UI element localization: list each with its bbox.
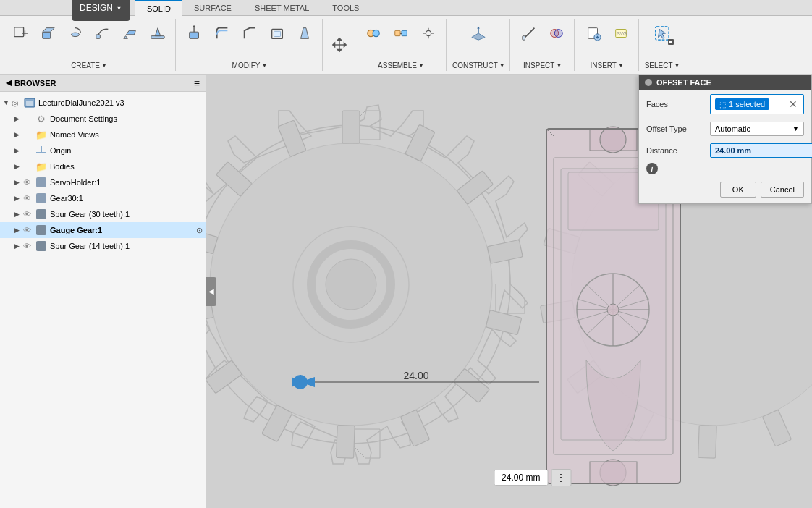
select-button[interactable] — [649, 20, 675, 46]
browser-options[interactable]: ≡ — [194, 77, 200, 89]
svg-point-5 — [72, 33, 80, 37]
construct-icons — [465, 20, 491, 46]
distance-input[interactable] — [710, 143, 812, 158]
svg-text:SVG: SVG — [617, 31, 627, 36]
svg-rect-59 — [342, 111, 360, 143]
svg-marker-8 — [127, 30, 136, 35]
svg-point-90 — [600, 127, 626, 153]
inspect-group-label[interactable]: INSPECT ▼ — [523, 62, 562, 69]
measure-button[interactable] — [516, 20, 542, 46]
group-assemble: ASSEMBLE ▼ — [356, 19, 447, 71]
dimension-annotation: 24.00 mm ⋮ — [494, 469, 571, 486]
tree-item-servo-holder[interactable]: ▶ 👁 ServoHolder:1 — [0, 174, 206, 190]
insert-derive-button[interactable] — [580, 20, 606, 46]
create-dropdown-arrow: ▼ — [101, 62, 107, 69]
cancel-button[interactable]: Cancel — [761, 182, 804, 198]
gauge-vis[interactable]: 👁 — [23, 226, 35, 234]
tab-surface[interactable]: SURFACE — [182, 0, 243, 16]
assemble-group-label[interactable]: ASSEMBLE ▼ — [378, 62, 424, 69]
root-expand[interactable]: ▼ — [3, 99, 12, 106]
offset-type-select[interactable]: Automatic ▼ — [710, 122, 804, 136]
svg-rect-49 — [26, 101, 33, 106]
doc-settings-expand[interactable]: ▶ — [14, 115, 23, 122]
revolve-button[interactable] — [62, 20, 88, 46]
tree-item-spur-gear-14[interactable]: ▶ 👁 Spur Gear (14 teeth):1 — [0, 238, 206, 254]
sidebar-collapse-nav[interactable]: ◀ — [206, 277, 216, 306]
doc-settings-icon: ⚙ — [35, 112, 48, 125]
origin-expand[interactable]: ▶ — [14, 147, 23, 154]
spur30-vis[interactable]: 👁 — [23, 210, 35, 219]
servo-vis[interactable]: 👁 — [23, 178, 35, 187]
browser-collapse-arrow[interactable]: ◀ — [6, 78, 12, 88]
root-vis[interactable]: ◎ — [12, 98, 23, 108]
design-dropdown-arrow: ▼ — [116, 4, 122, 12]
svg-marker-16 — [301, 28, 309, 39]
named-views-expand[interactable]: ▶ — [14, 131, 23, 138]
ok-button[interactable]: OK — [720, 182, 756, 198]
gauge-expand[interactable]: ▶ — [14, 227, 23, 234]
svg-rect-51 — [41, 146, 42, 153]
tree-item-bodies[interactable]: ▶ 📁 Bodies — [0, 158, 206, 174]
spur14-vis[interactable]: 👁 — [23, 242, 35, 250]
servo-body-icon — [35, 176, 48, 189]
move-tool-button[interactable] — [324, 30, 355, 60]
new-component-button[interactable] — [7, 20, 33, 46]
bodies-expand[interactable]: ▶ — [14, 163, 23, 170]
assemble-dropdown-arrow: ▼ — [418, 62, 424, 69]
servo-expand[interactable]: ▶ — [14, 179, 23, 186]
cursor-icon: ⬚ — [719, 101, 726, 109]
gauge-label: Gauge Gear:1 — [50, 226, 193, 234]
faces-clear-button[interactable]: ✕ — [787, 97, 799, 111]
tree-root[interactable]: ▼ ◎ LectureDialJune2021 v3 — [0, 95, 206, 111]
interference-button[interactable] — [544, 20, 570, 46]
fillet-button[interactable] — [209, 20, 235, 46]
sweep-button[interactable] — [90, 20, 116, 46]
dimension-value-label: 24.00 mm — [494, 470, 548, 486]
gear30-vis[interactable]: 👁 — [23, 194, 35, 203]
offset-type-value: Automatic — [715, 124, 750, 133]
tree-item-gauge-gear[interactable]: ▶ 👁 Gauge Gear:1 ⊙ — [0, 222, 206, 238]
spur14-label: Spur Gear (14 teeth):1 — [50, 242, 203, 250]
tab-tools[interactable]: TOOLS — [321, 0, 371, 16]
svg-point-40 — [554, 30, 562, 38]
tree-item-doc-settings[interactable]: ▶ ⚙ Document Settings — [0, 111, 206, 127]
joint-origin-button[interactable] — [415, 20, 441, 46]
shell-button[interactable] — [264, 20, 290, 46]
construct-group-label[interactable]: CONSTRUCT ▼ — [452, 62, 505, 69]
viewport[interactable]: ◀ — [206, 75, 812, 508]
construct-plane-button[interactable] — [465, 20, 491, 46]
tree-item-origin[interactable]: ▶ Origin — [0, 143, 206, 158]
svg-rect-15 — [274, 31, 280, 36]
joint-button[interactable] — [360, 20, 386, 46]
gauge-camera-icon[interactable]: ⊙ — [196, 226, 203, 235]
tab-solid[interactable]: SOLID — [135, 0, 182, 16]
loft-button[interactable] — [117, 20, 143, 46]
modify-dropdown-arrow: ▼ — [261, 62, 267, 69]
browser-tree: ▼ ◎ LectureDialJune2021 v3 ▶ ⚙ Document … — [0, 92, 206, 508]
dimension-options-button[interactable]: ⋮ — [551, 469, 571, 486]
press-pull-button[interactable] — [182, 20, 208, 46]
as-built-joint-button[interactable] — [388, 20, 414, 46]
faces-selected-badge: ⬚ 1 selected — [715, 98, 769, 110]
spur30-expand[interactable]: ▶ — [14, 211, 23, 218]
svg-point-58 — [326, 259, 376, 310]
svg-rect-38 — [523, 36, 525, 40]
group-modify: MODIFY ▼ — [177, 19, 323, 71]
insert-group-label[interactable]: INSERT ▼ — [590, 62, 623, 69]
tree-item-gear30[interactable]: ▶ 👁 Gear30:1 — [0, 190, 206, 206]
draft-button[interactable] — [292, 20, 318, 46]
gear30-expand[interactable]: ▶ — [14, 195, 23, 202]
rib-button[interactable] — [145, 20, 171, 46]
group-select: SELECT ▼ — [640, 19, 685, 71]
insert-svg-button[interactable]: SVG — [608, 20, 634, 46]
tab-sheet-metal[interactable]: SHEET METAL — [243, 0, 321, 16]
extrude-button[interactable] — [35, 20, 61, 46]
chamfer-button[interactable] — [237, 20, 263, 46]
select-group-label[interactable]: SELECT ▼ — [645, 62, 680, 69]
tree-item-spur-gear-30[interactable]: ▶ 👁 Spur Gear (30 teeth):1 — [0, 206, 206, 222]
tree-item-named-views[interactable]: ▶ 📁 Named Views — [0, 127, 206, 143]
create-group-label[interactable]: CREATE ▼ — [71, 62, 107, 69]
svg-marker-33 — [472, 33, 485, 40]
modify-group-label[interactable]: MODIFY ▼ — [232, 62, 268, 69]
spur14-expand[interactable]: ▶ — [14, 242, 23, 250]
